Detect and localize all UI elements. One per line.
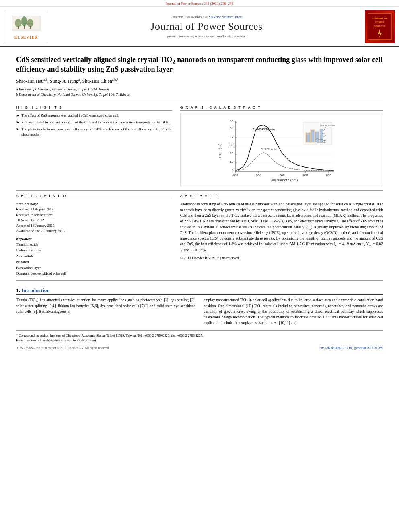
svg-text:20: 20 xyxy=(230,152,233,155)
highlight-item-3: ► The photo-to-electronic conversion eff… xyxy=(16,127,172,137)
svg-rect-51 xyxy=(306,133,310,142)
doi-link[interactable]: http://dx.doi.org/10.1016/j.jpowsour.201… xyxy=(319,346,383,350)
svg-text:10: 10 xyxy=(230,160,233,164)
graphical-abstract-header: G R A P H I C A L A B S T R A C T xyxy=(180,105,383,111)
footnote-star: * Corresponding author. Institute of Che… xyxy=(16,333,383,338)
svg-text:40: 40 xyxy=(230,135,233,138)
svg-text:POWER: POWER xyxy=(375,21,385,23)
journal-middle: Contents lists available at SciVerse Sci… xyxy=(52,10,361,43)
svg-text:50: 50 xyxy=(230,126,233,130)
abstract-jsc2-sub: sc xyxy=(335,244,338,247)
journal-reference: Journal of Power Sources 233 (2013) 236–… xyxy=(166,2,233,6)
divider-2 xyxy=(16,190,383,191)
highlight-text-2: ZnS was coated to prevent corrosion of t… xyxy=(21,120,169,125)
highlight-text-3: The photo-to-electronic conversion effic… xyxy=(21,127,172,137)
svg-text:ZnS/CdS/Titania: ZnS/CdS/Titania xyxy=(253,127,275,131)
svg-text:CdS/Titania: CdS/Titania xyxy=(261,148,277,151)
section-number: 1. xyxy=(16,287,20,293)
keywords-label: Keywords: xyxy=(16,236,172,242)
elsevier-name-text: ELSEVIER xyxy=(14,35,38,39)
author1-name: Shao-Hui Hsu xyxy=(16,78,43,84)
author1-sup: a,b xyxy=(43,78,47,82)
article-info-col: A R T I C L E I N F O Article history: R… xyxy=(16,194,172,277)
highlights-abstract-row: H I G H L I G H T S ► The effect of ZnS … xyxy=(16,105,383,186)
keyword-6: Quantum dots-sensitized solar cell xyxy=(16,271,172,276)
footnote-area: * Corresponding author. Institute of Che… xyxy=(16,330,383,343)
introduction-section: 1. Introduction Titania (TiO2) has attra… xyxy=(16,287,383,326)
comma2: , Shu-Hua Chien xyxy=(80,78,112,84)
authors-line: Shao-Hui Hsua,b, Sung-Fu Hunga, Shu-Hua … xyxy=(16,78,383,84)
highlights-list: ► The effect of ZnS amounts was studied … xyxy=(16,113,172,137)
arrow-icon-3: ► xyxy=(16,127,20,137)
intro-col-left: Titania (TiO2) has attracted extensive a… xyxy=(16,297,195,326)
abstract-text-3: = 4.19 mA cm⁻², V xyxy=(338,242,369,246)
article-title: CdS sensitized vertically aligned single… xyxy=(16,55,383,74)
graphical-abstract-col: G R A P H I C A L A B S T R A C T IPCE (… xyxy=(180,105,383,186)
info-abstract-row: A R T I C L E I N F O Article history: R… xyxy=(16,194,383,277)
affil1: a Institute of Chemistry, Academia Sinic… xyxy=(16,87,383,92)
footnote-email: E-mail address: chiensh@gate.sinica.edu.… xyxy=(16,338,383,343)
svg-rect-6 xyxy=(24,25,25,29)
abstract-col: A B S T R A C T Photoanodes consisting o… xyxy=(180,194,383,277)
keyword-1: Titanium oxide xyxy=(16,242,172,247)
article-content: CdS sensitized vertically aligned single… xyxy=(0,47,399,354)
accepted-date: Accepted 16 January 2013 xyxy=(16,223,172,229)
svg-text:nanorods: nanorods xyxy=(317,141,326,143)
svg-text:60: 60 xyxy=(230,119,233,123)
highlight-item-1: ► The effect of ZnS amounts was studied … xyxy=(16,113,172,118)
abstract-header: A B S T R A C T xyxy=(180,194,383,199)
svg-rect-5 xyxy=(18,26,19,29)
svg-point-4 xyxy=(27,19,33,27)
highlight-text-1: The effect of ZnS amounts was studied in… xyxy=(21,113,119,118)
arrow-icon-2: ► xyxy=(16,120,20,125)
affiliations: a Institute of Chemistry, Academia Sinic… xyxy=(16,87,383,98)
divider-1 xyxy=(16,102,383,102)
intro-two-col: Titania (TiO2) has attracted extensive a… xyxy=(16,297,383,326)
bottom-footer: 0378-7753/$ – see front matter © 2013 El… xyxy=(16,346,383,350)
keyword-5: Passivation layer xyxy=(16,265,172,271)
journal-title: Journal of Power Sources xyxy=(150,21,262,33)
keywords-list: Titanium oxide Cadmium sulfide Zinc sulf… xyxy=(16,242,172,276)
svg-rect-7 xyxy=(30,26,31,29)
author3-sup: a,b,* xyxy=(112,78,119,82)
svg-text:500: 500 xyxy=(256,173,261,177)
intro-col-right: employ nanostructured TiO2 in solar cell… xyxy=(204,297,383,326)
journal-logo-image: JOURNAL OF POWER SOURCES xyxy=(367,12,393,41)
intro-para-2: employ nanostructured TiO2 in solar cell… xyxy=(204,297,383,326)
doi-anchor[interactable]: http://dx.doi.org/10.1016/j.jpowsour.201… xyxy=(319,346,383,350)
svg-point-2 xyxy=(15,19,21,27)
elsevier-logo-image: ELSEVIER xyxy=(10,14,42,34)
highlights-header: H I G H L I G H T S xyxy=(16,105,172,111)
svg-rect-52 xyxy=(311,130,314,142)
affil2: b Department of Chemistry, National Taiw… xyxy=(16,92,383,98)
journal-header: ELSEVIER ELSEVIER Contents lists availab… xyxy=(0,7,399,47)
available-date: Available online 29 January 2013 xyxy=(16,228,172,234)
revised-label: Received in revised form xyxy=(16,212,172,218)
highlights-col: H I G H L I G H T S ► The effect of ZnS … xyxy=(16,105,172,186)
keyword-2: Cadmium sulfide xyxy=(16,247,172,253)
svg-text:0: 0 xyxy=(231,168,233,172)
title-sub2: 2 xyxy=(172,59,175,65)
intro-para-1: Titania (TiO2) has attracted extensive a… xyxy=(16,297,195,314)
keyword-3: Zinc sulfide xyxy=(16,253,172,259)
svg-text:SOURCES: SOURCES xyxy=(374,25,386,27)
svg-text:IPCE (%): IPCE (%) xyxy=(218,144,222,159)
sciverse-link[interactable]: SciVerse ScienceDirect xyxy=(209,15,243,19)
journal-homepage: journal homepage: www.elsevier.com/locat… xyxy=(167,34,246,38)
revised-date: 10 November 2012 xyxy=(16,218,172,223)
abstract-voc-sub: oc xyxy=(369,244,372,247)
affil1-text: a Institute of Chemistry, Academia Sinic… xyxy=(16,87,109,91)
svg-text:wavelength (nm): wavelength (nm) xyxy=(271,178,298,182)
svg-text:600: 600 xyxy=(279,173,285,177)
svg-text:800: 800 xyxy=(326,173,331,177)
svg-point-3 xyxy=(21,16,27,26)
issn-info: 0378-7753/$ – see front matter © 2013 El… xyxy=(16,346,110,350)
top-bar: Journal of Power Sources 233 (2013) 236–… xyxy=(0,0,399,7)
arrow-icon-1: ► xyxy=(16,113,20,118)
section-title-text: Introduction xyxy=(21,287,50,293)
copyright-line: © 2013 Elsevier B.V. All rights reserved… xyxy=(180,255,383,261)
svg-text:JOURNAL OF: JOURNAL OF xyxy=(372,17,387,20)
svg-text:400: 400 xyxy=(232,173,238,177)
svg-text:CdS: CdS xyxy=(321,132,325,135)
article-history: Article history: Received 23 August 2012… xyxy=(16,201,172,234)
